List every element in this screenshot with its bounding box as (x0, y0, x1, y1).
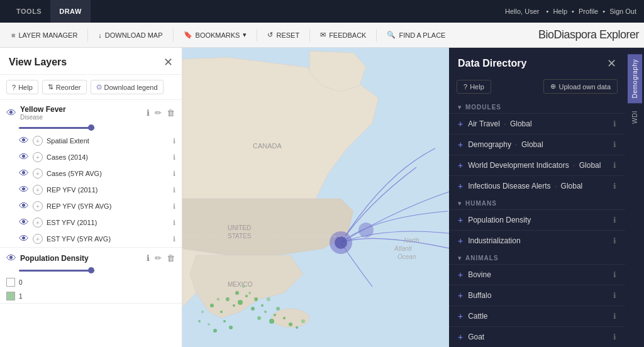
help-link[interactable]: Help (553, 8, 567, 15)
bookmarks-chevron: ▾ (243, 31, 247, 39)
svg-point-24 (289, 322, 292, 326)
dd-item-industrialization[interactable]: + Industrialization ℹ (449, 230, 625, 251)
dd-item-name-industrialization: Industrialization (468, 236, 613, 245)
sidebar-tab-demography[interactable]: Demography (628, 54, 642, 103)
layer-info-button-pop-density[interactable]: ℹ (146, 253, 150, 263)
sublayer-name-est-yfv-5yr: EST YFV (5YR AVG) (47, 235, 169, 243)
view-layers-panel: View Layers ✕ ? Help ⇅ Reorder ⊙ Downloa… (0, 48, 182, 347)
dd-item-population-density[interactable]: + Population Density ℹ (449, 209, 625, 230)
user-info: Hello, User • Help • Profile • Sign Out (502, 8, 636, 15)
dd-item-air-travel[interactable]: + Air Travel · Global ℹ (449, 113, 625, 134)
dd-item-info-wdi[interactable]: ℹ (613, 161, 616, 170)
panel-actions: ? Help ⇅ Reorder ⊙ Download legend (0, 75, 182, 100)
dd-item-demography[interactable]: + Demography · Global ℹ (449, 134, 625, 155)
layer-delete-button-yellow-fever[interactable]: 🗑 (166, 107, 175, 118)
sublayer-visibility-rep-yfv-5yr[interactable]: 👁 (19, 201, 29, 211)
feedback-button[interactable]: ✉ FEEDBACK (314, 28, 372, 41)
layer-edit-button-pop-density[interactable]: ✏ (154, 253, 162, 263)
sublayer-plus-rep-yfv-2011[interactable]: + (33, 185, 43, 195)
dd-item-info-cattle[interactable]: ℹ (613, 312, 616, 321)
layer-icons-yellow-fever: ℹ ✏ 🗑 (146, 107, 175, 118)
sublayer-plus-est-yfv-5yr[interactable]: + (33, 234, 43, 244)
sublayer-info-rep-yfv-2011[interactable]: ℹ (173, 186, 175, 194)
dd-item-info-ida[interactable]: ℹ (613, 182, 616, 190)
sublayer-visibility-est-yfv-2011[interactable]: 👁 (19, 218, 29, 228)
bookmarks-button[interactable]: 🔖 BOOKMARKS ▾ (177, 28, 253, 41)
svg-point-21 (274, 314, 276, 316)
dd-item-cattle[interactable]: + Cattle ℹ (449, 306, 625, 326)
opacity-slider-pop-density[interactable] (19, 270, 94, 272)
reset-button[interactable]: ↺ RESET (261, 28, 306, 41)
visibility-toggle-yellow-fever[interactable]: 👁 (6, 108, 16, 118)
visibility-toggle-pop-density[interactable]: 👁 (6, 253, 16, 263)
layer-main-row-yellow-fever: 👁 Yellow Fever Disease ℹ ✏ 🗑 (0, 100, 182, 126)
download-map-button[interactable]: ↓ DOWNLOAD MAP (92, 29, 169, 41)
svg-point-11 (220, 311, 223, 313)
sublayer-info-est-yfv-5yr[interactable]: ℹ (173, 235, 175, 243)
dd-item-wdi[interactable]: + World Development Indicators · Global … (449, 155, 625, 175)
download-legend-icon: ⊙ (96, 83, 102, 91)
signout-link[interactable]: Sign Out (609, 8, 636, 15)
dd-close-button[interactable]: ✕ (607, 57, 616, 70)
sublayer-info-cases-2014[interactable]: ℹ (173, 153, 175, 162)
sublayer-visibility-est-yfv-5yr[interactable]: 👁 (19, 234, 29, 244)
dd-item-info-industrialization[interactable]: ℹ (613, 236, 616, 245)
svg-point-10 (251, 307, 255, 311)
dd-item-buffalo[interactable]: + Buffalo ℹ (449, 285, 625, 306)
dd-item-name-wdi: World Development Indicators · Global (468, 161, 613, 170)
profile-link[interactable]: Profile (579, 8, 598, 15)
download-legend-button[interactable]: ⊙ Download legend (91, 80, 164, 94)
reset-icon: ↺ (267, 31, 273, 39)
dd-item-info-demography[interactable]: ℹ (613, 140, 616, 149)
dd-item-info-air-travel[interactable]: ℹ (613, 119, 616, 128)
dd-item-info-goat[interactable]: ℹ (613, 333, 616, 341)
svg-point-7 (233, 304, 235, 307)
opacity-slider-yellow-fever[interactable] (19, 127, 94, 129)
dd-plus-ida: + (458, 181, 463, 191)
svg-text:STATES: STATES (228, 233, 252, 240)
sublayer-plus-cases-2014[interactable]: + (33, 152, 43, 162)
dd-item-info-bovine[interactable]: ℹ (613, 270, 616, 279)
sublayer-plus-rep-yfv-5yr[interactable]: + (33, 201, 43, 211)
sublayer-visibility-cases-2014[interactable]: 👁 (19, 152, 29, 162)
separator2: • (572, 8, 574, 15)
sublayer-plus-est-yfv-2011[interactable]: + (33, 218, 43, 228)
sidebar-tab-wdi[interactable]: WDI (628, 106, 642, 129)
dd-item-ida[interactable]: + Infectious Disease Alerts · Global ℹ (449, 175, 625, 196)
layer-manager-button[interactable]: ≡ LAYER MANAGER (5, 29, 84, 41)
divider5 (376, 29, 377, 41)
sublayer-plus-cases-5yr[interactable]: + (33, 168, 43, 179)
sublayer-info-rep-yfv-5yr[interactable]: ℹ (173, 202, 175, 211)
dd-item-bovine[interactable]: + Bovine ℹ (449, 264, 625, 285)
dd-item-info-buffalo[interactable]: ℹ (613, 291, 616, 300)
help-button[interactable]: ? Help (6, 80, 38, 94)
draw-tab[interactable]: DRAW (50, 0, 91, 23)
dd-item-info-population-density[interactable]: ℹ (613, 216, 616, 224)
sublayer-name-est-yfv-2011: EST YFV (2011) (47, 219, 169, 226)
sublayer-name-cases-5yr: Cases (5YR AVG) (47, 170, 169, 177)
legend-label-0: 0 (19, 279, 23, 286)
find-place-button[interactable]: 🔍 FIND A PLACE (380, 28, 452, 41)
layer-delete-button-pop-density[interactable]: 🗑 (166, 253, 175, 263)
sublayer-info-spatial-extent[interactable]: ℹ (173, 137, 175, 145)
sublayer-est-yfv-2011: 👁 + EST YFV (2011) ℹ (0, 214, 182, 231)
layer-edit-button-yellow-fever[interactable]: ✏ (154, 107, 162, 118)
sublayer-info-cases-5yr[interactable]: ℹ (173, 170, 175, 178)
sublayer-visibility-rep-yfv-2011[interactable]: 👁 (19, 185, 29, 195)
dd-toolbar: ? Help ⊕ Upload own data (449, 77, 625, 100)
dd-help-button[interactable]: ? Help (457, 80, 491, 94)
dd-help-icon: ? (464, 83, 467, 91)
layer-group-population-density: 👁 Population Density ℹ ✏ 🗑 0 1 (0, 248, 182, 304)
panel-close-button[interactable]: ✕ (164, 55, 173, 69)
reorder-button[interactable]: ⇅ Reorder (42, 80, 87, 94)
dd-upload-button[interactable]: ⊕ Upload own data (543, 79, 618, 94)
dd-item-goat[interactable]: + Goat ℹ (449, 326, 625, 347)
svg-point-29 (301, 319, 305, 323)
tools-tab[interactable]: TOOLS (8, 0, 50, 23)
dd-header: Data Directory ✕ (449, 48, 625, 77)
sublayer-visibility-cases-5yr[interactable]: 👁 (19, 168, 29, 179)
sublayer-info-est-yfv-2011[interactable]: ℹ (173, 219, 175, 227)
sublayer-plus-spatial-extent[interactable]: + (33, 136, 43, 146)
sublayer-visibility-spatial-extent[interactable]: 👁 (19, 136, 29, 146)
layer-info-button-yellow-fever[interactable]: ℹ (146, 107, 150, 118)
